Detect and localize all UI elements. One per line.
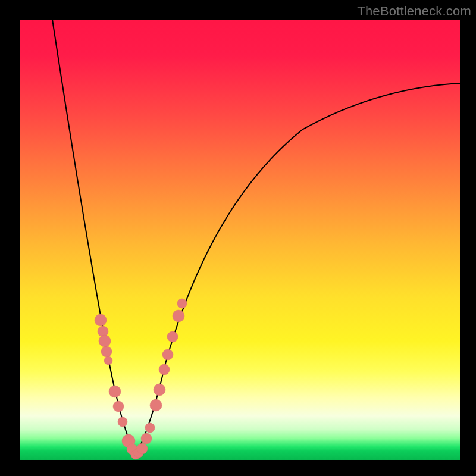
- data-marker: [154, 384, 165, 396]
- data-markers-group: [95, 299, 187, 459]
- data-marker: [150, 399, 162, 411]
- data-marker: [95, 314, 107, 326]
- data-marker: [162, 349, 173, 360]
- data-marker: [99, 335, 111, 347]
- data-marker: [145, 423, 155, 433]
- data-marker: [101, 346, 112, 357]
- data-marker: [137, 443, 148, 454]
- data-marker: [104, 356, 112, 365]
- data-marker: [118, 417, 127, 427]
- data-marker: [159, 364, 170, 375]
- data-marker: [109, 386, 121, 397]
- data-marker: [167, 331, 178, 342]
- data-marker: [113, 401, 124, 412]
- chart-overlay-svg: [20, 20, 460, 460]
- data-marker: [141, 433, 152, 444]
- data-marker: [173, 310, 184, 322]
- watermark-text: TheBottleneck.com: [357, 4, 471, 19]
- chart-frame: TheBottleneck.com: [0, 0, 476, 476]
- data-marker: [177, 299, 187, 308]
